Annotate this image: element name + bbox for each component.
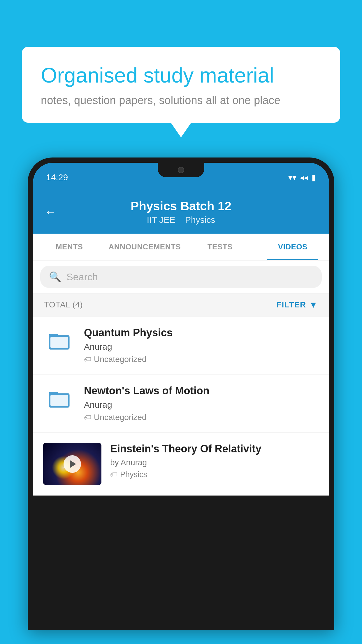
phone-container: 14:29 ▾▾ ◂◂ ▮ ← Physics Batch 12 IIT JEE [28,158,334,644]
filter-funnel-icon: ▼ [309,300,318,310]
header-title: Physics Batch 12 [131,199,231,213]
svg-rect-6 [50,395,68,406]
video-tag: 🏷 Uncategorized [84,413,319,422]
svg-rect-3 [50,337,68,348]
phone-camera [178,167,184,173]
video-list: Quantum Physics Anurag 🏷 Uncategorized [33,316,329,496]
video-author: Anurag [84,400,319,410]
tab-ments[interactable]: MENTS [33,234,106,260]
filter-label: FILTER [276,300,306,309]
folder-icon [48,328,71,355]
video-icon-wrapper [43,328,75,355]
tab-announcements[interactable]: ANNOUNCEMENTS [106,234,184,260]
thumbnail-bg [43,443,101,485]
list-item[interactable]: Einstein's Theory Of Relativity by Anura… [33,433,329,496]
einstein-title: Einstein's Theory Of Relativity [110,443,319,455]
list-item[interactable]: Newton's Laws of Motion Anurag 🏷 Uncateg… [33,374,329,433]
play-button[interactable] [64,455,81,473]
list-item[interactable]: Quantum Physics Anurag 🏷 Uncategorized [33,316,329,374]
signal-icon: ◂◂ [300,173,308,182]
tag-icon: 🏷 [84,413,92,422]
video-icon-wrapper [43,386,75,413]
search-container: 🔍 Search [33,260,329,293]
search-bar[interactable]: 🔍 Search [40,266,322,288]
speech-bubble-container: Organised study material notes, question… [22,47,340,123]
speech-bubble-subtitle: notes, question papers, solutions all at… [41,94,321,107]
header-tag1: IIT JEE [147,215,175,225]
phone-notch [158,163,204,177]
total-count: TOTAL (4) [44,300,83,309]
video-tag: 🏷 Uncategorized [84,355,319,364]
header-text: Physics Batch 12 IIT JEE Physics [131,199,231,225]
phone-outer: 14:29 ▾▾ ◂◂ ▮ ← Physics Batch 12 IIT JEE [28,158,334,630]
status-icons: ▾▾ ◂◂ ▮ [288,173,316,182]
video-info: Quantum Physics Anurag 🏷 Uncategorized [84,327,319,364]
speech-bubble-title: Organised study material [41,63,321,88]
speech-bubble: Organised study material notes, question… [22,47,340,123]
header-subtitle: IIT JEE Physics [147,215,215,225]
battery-icon: ▮ [312,173,316,182]
filter-bar: TOTAL (4) FILTER ▼ [33,293,329,316]
einstein-author: by Anurag [110,458,319,467]
header-tag2: Physics [185,215,215,225]
back-button[interactable]: ← [45,206,56,219]
play-triangle-icon [70,460,76,468]
app-header: ← Physics Batch 12 IIT JEE Physics [33,192,329,234]
search-icon: 🔍 [49,271,61,283]
tab-videos[interactable]: VIDEOS [256,234,329,260]
folder-icon [48,386,71,413]
tag-label: Uncategorized [94,355,147,364]
status-bar: 14:29 ▾▾ ◂◂ ▮ [33,163,329,192]
video-title: Newton's Laws of Motion [84,385,319,397]
video-info: Newton's Laws of Motion Anurag 🏷 Uncateg… [84,385,319,422]
tag-label: Uncategorized [94,413,147,422]
tag-label: Physics [120,470,147,479]
tabs-container: MENTS ANNOUNCEMENTS TESTS VIDEOS [33,234,329,260]
search-placeholder: Search [66,271,98,283]
video-author: Anurag [84,342,319,352]
thumbnail-wrapper [43,443,101,485]
filter-button[interactable]: FILTER ▼ [276,300,318,310]
wifi-icon: ▾▾ [288,173,296,182]
tag-icon: 🏷 [84,355,92,364]
einstein-tag: 🏷 Physics [110,470,319,479]
tab-tests[interactable]: TESTS [184,234,256,260]
video-title: Quantum Physics [84,327,319,339]
einstein-info: Einstein's Theory Of Relativity by Anura… [110,443,319,479]
phone-inner: 14:29 ▾▾ ◂◂ ▮ ← Physics Batch 12 IIT JEE [33,163,329,625]
status-time: 14:29 [46,172,68,182]
tag-icon: 🏷 [110,470,118,479]
